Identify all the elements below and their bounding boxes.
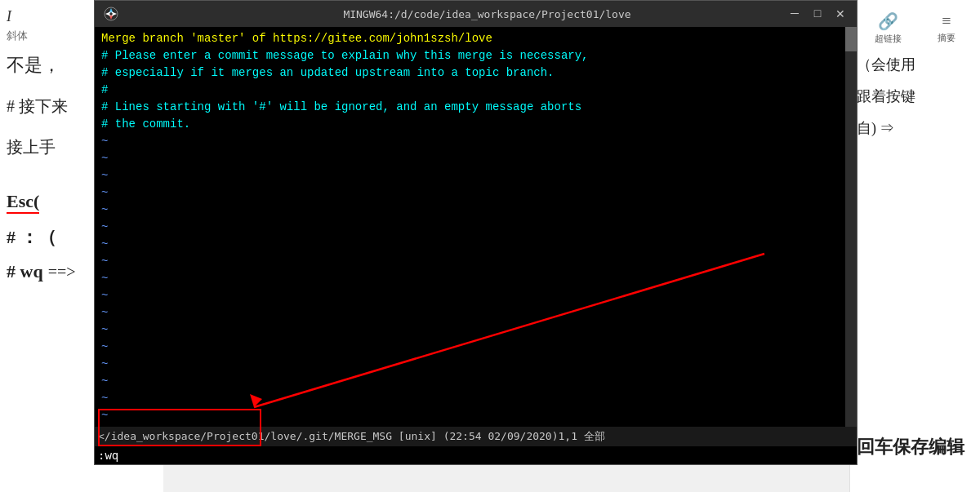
terminal-line: ~ [101,304,850,321]
maximize-button[interactable]: □ [811,7,824,20]
terminal-line: # [101,82,850,99]
svg-marker-3 [105,11,111,16]
italic-sublabel: 斜体 [7,29,28,43]
terminal-line: ~ [101,202,850,219]
minimize-button[interactable]: ─ [788,7,801,20]
hyperlink-label: 超链接 [875,33,902,45]
left-hash-1: Esc( [7,191,39,214]
svg-marker-4 [111,11,117,16]
terminal-line: ~ [101,150,850,167]
terminal-line: Merge branch 'master' of https://gitee.c… [101,30,850,47]
cmd-text: :wq [98,449,118,462]
scrollbar-track[interactable] [845,27,857,427]
terminal-line: ~ [101,339,850,356]
terminal-line: ~ [101,321,850,339]
terminal-line: ~ [101,184,850,202]
summary-icon: ≡ [942,11,951,30]
terminal-title: MINGW64:/d/code/idea_workspace/Project01… [126,8,849,20]
right-text-1: （会使用 [857,53,973,77]
close-button[interactable]: ✕ [834,7,847,20]
toolbar-icons: 🔗 超链接 ≡ 摘要 [857,11,973,45]
right-bottom-text: 回车保存编辑 [857,435,964,459]
italic-label: I [7,8,28,25]
hyperlink-icon-item[interactable]: 🔗 超链接 [875,11,902,45]
window-controls: ─ □ ✕ [788,7,847,20]
hyperlink-icon: 🔗 [878,11,898,31]
terminal-line: ~ [101,356,850,373]
wq-highlight-box [98,409,261,446]
terminal-line: ~ [101,219,850,236]
terminal-line: # Please enter a commit message to expla… [101,47,850,64]
terminal-line: ~ [101,373,850,390]
terminal-line: ~ [101,390,850,407]
terminal-line: # the commit. [101,116,850,133]
terminal-titlebar: MINGW64:/d/code/idea_workspace/Project01… [95,1,857,27]
right-sidebar: 🔗 超链接 ≡ 摘要 （会使用 跟着按键 自) ⇒ 回车保存编辑 [849,0,980,492]
right-text-3: 自) ⇒ [857,117,973,140]
terminal-line: # especially if it merges an updated ups… [101,64,850,82]
terminal-line: ~ [101,236,850,253]
summary-icon-item[interactable]: ≡ 摘要 [938,11,956,45]
right-text-2: 跟着按键 [857,85,973,109]
terminal-line: ~ [101,253,850,270]
terminal-body[interactable]: Merge branch 'master' of https://gitee.c… [95,27,857,427]
summary-label: 摘要 [938,32,956,44]
terminal-line: ~ [101,167,850,184]
left-wq-arrow: ==> [48,263,76,281]
terminal-window[interactable]: MINGW64:/d/code/idea_workspace/Project01… [94,0,858,465]
terminal-line: ~ [101,270,850,287]
left-hash-3: # wq [7,261,43,282]
terminal-line: # Lines starting with '#' will be ignore… [101,99,850,116]
scrollbar-thumb[interactable] [845,27,857,51]
terminal-line: ~ [101,133,850,150]
terminal-cmdline[interactable]: :wq [95,446,857,464]
terminal-icon [103,6,119,22]
terminal-line: ~ [101,287,850,304]
